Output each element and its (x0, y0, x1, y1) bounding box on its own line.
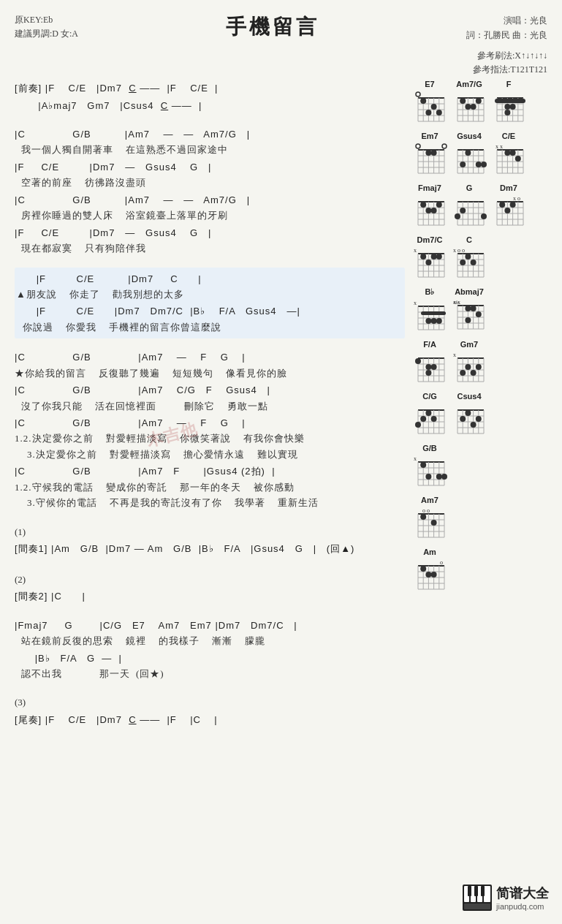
chord-name: Gm7 (460, 340, 478, 349)
svg-point-179 (425, 318, 431, 324)
svg-point-44 (510, 104, 516, 110)
svg-point-88 (504, 150, 510, 156)
chord-name: F (506, 80, 512, 88)
section-number: (3) (15, 695, 405, 710)
svg-text:x: x (414, 247, 417, 254)
chord-diagram-gb: G/B x (412, 444, 447, 491)
svg-point-273 (425, 474, 431, 480)
chord-diagram-c: C x o o (452, 235, 487, 283)
chord-name: F/A (423, 340, 436, 349)
svg-text:o o: o o (422, 507, 430, 514)
chord-svg: x o o (452, 245, 487, 283)
original-key: 原KEY:Eb (15, 13, 78, 27)
sheet-music: [前奏] |F C/E |Dm7 C —— |F C/E | |A♭maj7 G… (15, 80, 405, 732)
svg-point-272 (420, 462, 426, 468)
section-number: (2) (15, 572, 405, 587)
chord-name: Csus4 (457, 392, 481, 401)
chord-svg: o (412, 557, 447, 595)
chord-diagram-cg: C/G (412, 392, 447, 439)
lyric-line: 3.守候你的電話 不再是我的寄託沒有了你 我學著 重新生活 (15, 496, 405, 510)
svg-text:o: o (440, 559, 443, 566)
svg-point-57 (416, 144, 420, 148)
svg-point-104 (431, 208, 437, 213)
chord-name: Dm7 (500, 183, 517, 192)
chord-diagram-abmaj7: Abmaj7 x x 4fr (452, 287, 487, 336)
svg-point-257 (465, 410, 471, 416)
chord-svg (452, 401, 487, 439)
chord-line: |C G/B |Am7 — — Am7/G | (15, 126, 405, 143)
svg-rect-312 (481, 886, 485, 896)
chord-line: |A♭maj7 Gm7 |Csus4 C —— | (15, 97, 405, 114)
chord-svg: x (452, 349, 487, 387)
lyric-line: 空著的前座 彷彿路沒盡頭 (15, 175, 405, 190)
svg-point-103 (425, 208, 431, 213)
chord-svg (412, 89, 447, 127)
section-interlude2: (2) [間奏2] |C | (15, 572, 405, 605)
chord-diagram-bb: B♭ x (412, 287, 447, 336)
section-interlude1: (1) [間奏1] |Am G/B |Dm7 — Am G/B |B♭ F/A … (15, 525, 405, 558)
chord-svg (491, 89, 526, 127)
svg-point-256 (460, 416, 466, 422)
svg-text:x: x (414, 455, 417, 462)
chord-diagrams: E7 (412, 80, 547, 732)
lyric-line: ★你給我的留言 反復聽了幾遍 短短幾句 像看見你的臉 (15, 366, 405, 381)
svg-point-226 (460, 370, 466, 376)
svg-point-180 (431, 318, 437, 324)
chord-line: |C G/B |Am7 — — Am7/G | (15, 192, 405, 208)
svg-point-164 (465, 254, 471, 260)
chord-diagram-e7: E7 (412, 80, 447, 127)
chord-name: Am7 (421, 496, 438, 504)
chord-svg (412, 401, 447, 439)
chord-name: B♭ (425, 287, 435, 297)
svg-point-181 (436, 318, 442, 324)
svg-point-75 (481, 162, 487, 167)
song-title: 手機留言 (78, 13, 466, 41)
svg-point-118 (460, 208, 466, 213)
svg-point-28 (465, 104, 471, 110)
ref-patterns: 參考刷法:X↑↓↑↓↑↓ 參考指法:T121T121 (15, 49, 547, 77)
section-chorus: |C G/B |Am7 — F G | ★你給我的留言 反復聽了幾遍 短短幾句 … (15, 349, 405, 510)
svg-point-196 (471, 306, 476, 311)
chord-name: C/E (502, 132, 515, 140)
svg-point-73 (465, 150, 471, 156)
finger-pattern: 參考指法:T121T121 (15, 63, 547, 77)
svg-point-148 (425, 260, 431, 265)
svg-point-197 (476, 311, 482, 317)
section-number: (1) (15, 525, 405, 539)
svg-point-243 (425, 410, 431, 416)
chord-name: Abmaj7 (455, 287, 484, 296)
svg-point-15 (436, 110, 442, 116)
svg-rect-309 (484, 886, 490, 902)
svg-point-102 (420, 202, 426, 208)
svg-point-132 (499, 202, 505, 208)
svg-point-45 (504, 110, 510, 116)
piano-icon (463, 885, 492, 911)
chord-name: Fmaj7 (418, 183, 441, 192)
lyric-line: 3.決定愛你之前 對愛輕描淡寫 擔心愛情永遠 難以實現 (15, 447, 405, 462)
svg-text:x: x (453, 352, 456, 358)
svg-point-14 (425, 110, 431, 116)
logo-text: 简谱大全 (496, 885, 549, 902)
lyric-line: 認不出我 那一天 (回★) (15, 667, 405, 681)
svg-point-150 (436, 254, 442, 260)
svg-point-165 (471, 260, 476, 265)
lyric-line: 我一個人獨自開著車 在這熟悉不過回家途中 (15, 143, 405, 157)
svg-point-13 (431, 104, 437, 110)
suggested-key: 建議男調:D 女:A (15, 27, 78, 41)
chord-line: |F C/E |Dm7 Dm7/C |B♭ F/A Gsus4 —| (16, 303, 403, 319)
svg-point-11 (416, 92, 420, 96)
chord-line: |C G/B |Am7 C/G F Gsus4 | (15, 382, 405, 398)
chord-svg (412, 349, 447, 387)
logo-url: jianpudq.com (496, 902, 544, 911)
logo: 简谱大全 jianpudq.com (463, 885, 549, 911)
chord-line: [尾奏] |F C/E |Dm7 C —— |F |C | (15, 711, 405, 728)
main-content: [前奏] |F C/E |Dm7 C —— |F C/E | |A♭maj7 G… (15, 80, 547, 732)
svg-point-229 (476, 364, 482, 370)
svg-point-90 (515, 156, 521, 162)
chord-line: |F C/E |Dm7 — Gsus4 G | (15, 224, 405, 241)
header: 原KEY:Eb 建議男調:D 女:A 手機留言 演唱：光良 詞：孔勝民 曲：光良 (15, 13, 547, 43)
svg-point-213 (425, 370, 431, 376)
svg-point-89 (510, 150, 516, 156)
svg-point-12 (420, 98, 426, 104)
svg-point-211 (425, 364, 431, 370)
